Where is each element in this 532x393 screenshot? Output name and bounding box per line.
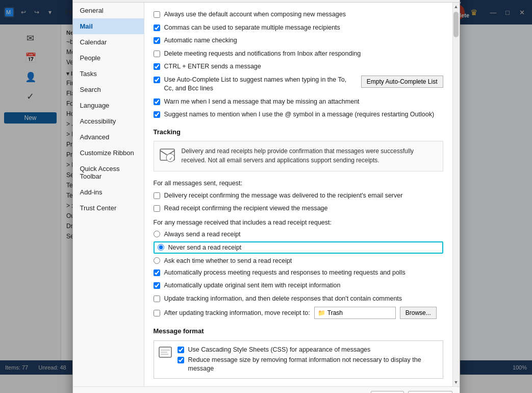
checkbox-read-receipt-input[interactable]: [154, 205, 160, 212]
checkbox-ctrl-enter-label: CTRL + ENTER sends a message: [164, 62, 261, 71]
checkbox-auto-update: Automatically update original sent item …: [154, 281, 443, 291]
radio-always-send-input[interactable]: [154, 231, 160, 237]
modal-nav: General Mail Calendar People Tasks Searc…: [73, 3, 144, 386]
nav-item-trust-center[interactable]: Trust Center: [73, 200, 144, 216]
checkbox-auto-process-input[interactable]: [154, 269, 160, 276]
checkbox-update-tracking: Update tracking information, and then de…: [154, 294, 443, 304]
checkbox-delete-meeting-input[interactable]: [154, 51, 160, 57]
modal-body: General Mail Calendar People Tasks Searc…: [73, 3, 460, 386]
radio-always-send-label: Always send a read receipt: [164, 231, 241, 238]
checkbox-delivery-receipt: Delivery receipt confirming the message …: [154, 191, 443, 201]
checkbox-commas-label: Commas can be used to separate multiple …: [164, 23, 340, 33]
checkbox-after-updating-label: After updating tracking information, mov…: [164, 309, 310, 316]
outlook-options-dialog: Outlook Options ? ✕ General Mail Calenda…: [72, 0, 460, 393]
checkbox-reduce-size: Reduce message size by removing format i…: [178, 355, 439, 374]
scroll-down-button[interactable]: ▼: [452, 378, 460, 386]
modal-overlay: Outlook Options ? ✕ General Mail Calenda…: [0, 0, 532, 393]
checkbox-css-input[interactable]: [178, 347, 184, 353]
checkbox-autocomplete-label: Use Auto-Complete List to suggest names …: [164, 76, 357, 93]
modal-footer: OK Cancel: [73, 386, 460, 393]
tracking-icon: ✓: [159, 146, 175, 166]
checkbox-auto-update-label: Automatically update original sent item …: [164, 281, 341, 290]
nav-item-addins[interactable]: Add-ins: [73, 184, 144, 200]
checkbox-commas-input[interactable]: [154, 24, 160, 31]
scrollbar[interactable]: ▲ ▼: [452, 3, 460, 386]
checkbox-warn-attachment: Warn me when I send a message that may b…: [154, 97, 443, 107]
radio-never-send: Never send a read receipt: [154, 241, 443, 254]
message-format-box: Use Cascading Style Sheets (CSS) for app…: [154, 340, 443, 379]
checkbox-ctrl-enter-input[interactable]: [154, 63, 160, 70]
message-format-icon: [158, 345, 172, 361]
checkbox-auto-name: Automatic name checking: [154, 36, 443, 46]
nav-item-mail[interactable]: Mail: [73, 18, 144, 34]
nav-item-general[interactable]: General: [73, 3, 144, 18]
checkbox-autocomplete-input[interactable]: [154, 77, 160, 83]
checkbox-update-tracking-label: Update tracking information, and then de…: [164, 294, 402, 304]
scroll-up-button[interactable]: ▲: [452, 3, 460, 11]
checkbox-auto-process: Automatically process meeting requests a…: [154, 268, 443, 278]
trash-folder-input[interactable]: 📁 Trash: [314, 307, 396, 319]
checkbox-default-account-input[interactable]: [154, 11, 160, 18]
checkbox-reduce-size-input[interactable]: [178, 357, 184, 363]
svg-text:✓: ✓: [169, 156, 173, 161]
checkbox-auto-name-input[interactable]: [154, 37, 160, 44]
checkbox-auto-process-label: Automatically process meeting requests a…: [164, 268, 406, 278]
nav-item-tasks[interactable]: Tasks: [73, 66, 144, 82]
checkbox-ctrl-enter: CTRL + ENTER sends a message: [154, 62, 443, 72]
radio-always-send: Always send a read receipt: [154, 230, 443, 238]
checkbox-delivery-receipt-input[interactable]: [154, 192, 160, 199]
nav-item-accessibility[interactable]: Accessibility: [73, 113, 144, 129]
checkbox-commas: Commas can be used to separate multiple …: [154, 23, 443, 33]
nav-item-quick-access[interactable]: Quick Access Toolbar: [73, 161, 144, 184]
nav-item-people[interactable]: People: [73, 50, 144, 66]
tracking-info-box: ✓ Delivery and read receipts help provid…: [154, 141, 443, 171]
for-all-sent-label: For all messages sent, request:: [154, 180, 443, 187]
checkbox-warn-attachment-label: Warn me when I send a message that may b…: [164, 97, 360, 107]
checkbox-read-receipt-label: Read receipt confirming the recipient vi…: [164, 204, 328, 213]
modal-content-area: Always use the default account when comp…: [144, 3, 452, 386]
empty-autocomplete-button[interactable]: Empty Auto-Complete List: [361, 76, 443, 88]
ok-button[interactable]: OK: [371, 391, 404, 393]
radio-ask-each-time-label: Ask each time whether to send a read rec…: [164, 257, 292, 264]
checkbox-delivery-receipt-label: Delivery receipt confirming the message …: [164, 191, 403, 201]
for-any-received-label: For any message received that includes a…: [154, 219, 443, 226]
checkbox-update-tracking-input[interactable]: [154, 296, 160, 302]
browse-button[interactable]: Browse...: [400, 307, 437, 319]
after-updating-row: After updating tracking information, mov…: [154, 307, 443, 319]
checkbox-delete-meeting-label: Delete meeting requests and notification…: [164, 50, 361, 59]
checkbox-read-receipt: Read receipt confirming the recipient vi…: [154, 204, 443, 214]
checkbox-warn-attachment-input[interactable]: [154, 99, 160, 105]
checkbox-css-label: Use Cascading Style Sheets (CSS) for app…: [188, 346, 371, 355]
checkbox-auto-update-input[interactable]: [154, 282, 160, 289]
checkbox-suggest-names-label: Suggest names to mention when I use the …: [164, 110, 435, 119]
tracking-section-title: Tracking: [154, 128, 443, 136]
checkbox-default-account-label: Always use the default account when comp…: [164, 10, 346, 19]
checkbox-auto-name-label: Automatic name checking: [164, 36, 237, 45]
radio-ask-each-time: Ask each time whether to send a read rec…: [154, 257, 443, 265]
radio-never-send-input[interactable]: [158, 244, 164, 251]
cancel-button[interactable]: Cancel: [408, 391, 452, 393]
checkbox-after-updating-input[interactable]: [154, 310, 160, 316]
radio-never-send-label: Never send a read receipt: [168, 244, 242, 251]
folder-icon: 📁: [318, 309, 325, 316]
message-format-section-title: Message format: [154, 327, 443, 335]
trash-folder-name: Trash: [327, 309, 343, 316]
tracking-description: Delivery and read receipts help provide …: [182, 146, 438, 165]
checkbox-default-account: Always use the default account when comp…: [154, 10, 443, 20]
scroll-thumb[interactable]: [453, 12, 459, 37]
nav-item-language[interactable]: Language: [73, 97, 144, 113]
radio-ask-each-time-input[interactable]: [154, 257, 160, 264]
nav-item-calendar[interactable]: Calendar: [73, 34, 144, 50]
nav-item-customize-ribbon[interactable]: Customize Ribbon: [73, 145, 144, 161]
checkbox-suggest-names: Suggest names to mention when I use the …: [154, 110, 443, 120]
checkbox-autocomplete: Use Auto-Complete List to suggest names …: [154, 75, 443, 94]
checkbox-reduce-size-label: Reduce message size by removing format i…: [188, 356, 439, 374]
nav-item-advanced[interactable]: Advanced: [73, 129, 144, 145]
checkbox-css: Use Cascading Style Sheets (CSS) for app…: [178, 345, 439, 355]
nav-item-search[interactable]: Search: [73, 82, 144, 97]
checkbox-suggest-names-input[interactable]: [154, 111, 160, 118]
checkbox-delete-meeting: Delete meeting requests and notification…: [154, 49, 443, 59]
